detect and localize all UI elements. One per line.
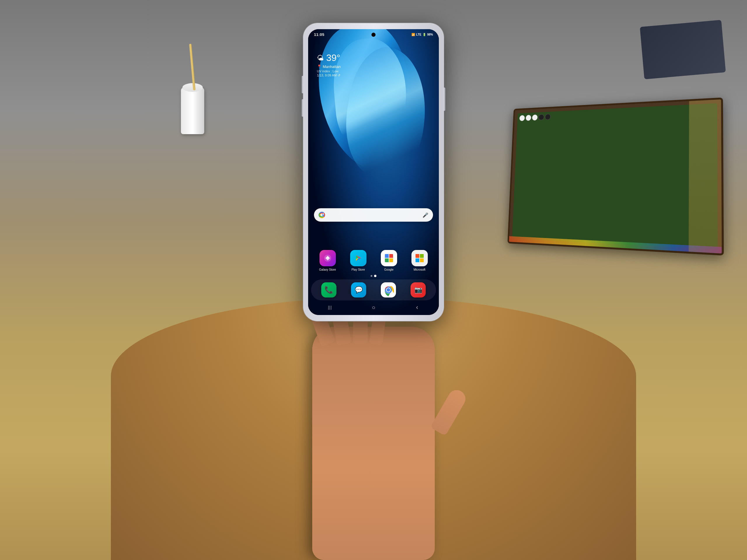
app-item-microsoft[interactable]: Microsoft xyxy=(406,250,433,271)
board-inner xyxy=(512,103,718,249)
status-icons: 📶 LTE 🔋 98% xyxy=(411,33,433,36)
recents-button[interactable]: ||| xyxy=(325,304,335,311)
galaxy-store-icon xyxy=(319,250,336,266)
dock-item-messages[interactable]: 💬 xyxy=(344,282,374,297)
nav-bar: ||| ○ ‹ xyxy=(308,302,439,313)
svg-point-4 xyxy=(387,288,390,292)
battery-percent: 98% xyxy=(427,33,433,36)
camera-icon: 📷 xyxy=(411,282,426,297)
lte-label: LTE xyxy=(416,33,421,36)
power-button[interactable] xyxy=(443,87,445,111)
back-button[interactable]: ‹ xyxy=(412,304,422,311)
dock-item-phone[interactable]: 📞 xyxy=(314,282,344,297)
mic-icon[interactable]: 🎤 xyxy=(422,212,428,218)
play-store-label: Play Store xyxy=(351,268,365,271)
galaxy-store-label: Galaxy Store xyxy=(319,268,336,271)
phone-body: 11:05 📶 LTE 🔋 98% 🌤 39° 📍 Manhattan xyxy=(304,23,443,321)
weather-condition-icon: 🌤 xyxy=(317,54,324,62)
app-grid: Galaxy Store Play Store xyxy=(308,250,439,271)
dock-item-camera[interactable]: 📷 xyxy=(403,282,433,297)
dock-item-chrome[interactable] xyxy=(374,282,403,297)
dark-fabric xyxy=(640,20,726,79)
google-g-icon xyxy=(319,212,325,218)
phone-wrapper: 11:05 📶 LTE 🔋 98% 🌤 39° 📍 Manhattan xyxy=(304,23,443,321)
home-button[interactable]: ○ xyxy=(368,304,379,311)
weather-uv: UV index : Low xyxy=(317,70,340,73)
phone-app-icon: 📞 xyxy=(321,282,336,297)
weather-widget[interactable]: 🌤 39° 📍 Manhattan UV index : Low 1/13, 9… xyxy=(317,53,340,77)
messages-icon: 💬 xyxy=(351,282,366,297)
app-dock: 📞 💬 xyxy=(311,279,436,300)
volume-down-button[interactable] xyxy=(302,99,304,117)
app-item-google[interactable]: Google xyxy=(375,250,403,271)
microsoft-label: Microsoft xyxy=(413,268,426,271)
app-item-galaxy-store[interactable]: Galaxy Store xyxy=(314,250,341,271)
pen-holder xyxy=(181,87,204,134)
volume-up-button[interactable] xyxy=(302,76,304,93)
battery-icon: 🔋 xyxy=(422,33,426,36)
camera-hole xyxy=(371,33,376,37)
hand xyxy=(312,327,435,560)
location-pin-icon: 📍 xyxy=(317,64,321,69)
app-item-play-store[interactable]: Play Store xyxy=(344,250,372,271)
chrome-icon xyxy=(381,282,396,297)
weather-main: 🌤 39° xyxy=(317,53,340,63)
page-dot-1 xyxy=(370,275,372,277)
phone-screen: 11:05 📶 LTE 🔋 98% 🌤 39° 📍 Manhattan xyxy=(308,29,439,315)
play-store-icon xyxy=(350,250,366,266)
weather-city: Manhattan xyxy=(323,64,340,69)
page-dot-2 xyxy=(374,275,377,277)
google-icon xyxy=(381,250,397,266)
weather-temperature: 39° xyxy=(326,53,340,63)
page-indicators xyxy=(370,275,377,277)
search-bar[interactable]: 🎤 xyxy=(314,208,433,222)
weather-datetime: 1/13, 9:09 AM ↺ xyxy=(317,74,340,77)
google-label: Google xyxy=(384,268,393,271)
status-time: 11:05 xyxy=(314,32,325,37)
backgammon-board xyxy=(508,98,724,256)
microsoft-icon xyxy=(411,250,428,266)
signal-icon: 📶 xyxy=(411,33,415,36)
weather-location: 📍 Manhattan xyxy=(317,64,340,69)
